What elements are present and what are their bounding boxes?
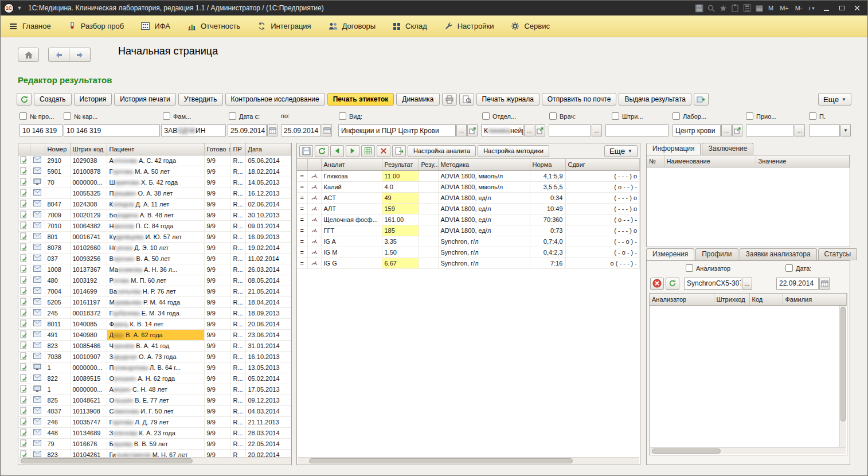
- column-header[interactable]: Норма: [530, 159, 565, 170]
- checkbox[interactable]: [482, 112, 490, 120]
- checkbox[interactable]: [163, 112, 170, 120]
- open-button[interactable]: [535, 124, 545, 136]
- memory-plus-button[interactable]: M+: [777, 5, 791, 11]
- send-result-button[interactable]: [694, 93, 709, 106]
- send-email-button[interactable]: Отправить по почте: [542, 93, 617, 106]
- table-row[interactable]: 4911040980Джус В. А. 62 года9/9R...23.06…: [18, 329, 291, 340]
- prev-sample-button[interactable]: [330, 145, 344, 157]
- table-row[interactable]: 10055325Пришвин О. А. 38 лет9/9R...16.12…: [18, 188, 291, 198]
- table-row[interactable]: =IG G6.67Synchron, г/л7:16о ( - - - ) -: [297, 257, 640, 268]
- checkbox[interactable]: [339, 112, 346, 120]
- analyzer-input[interactable]: SynchronCX5-307: [684, 278, 741, 290]
- table-row[interactable]: 701010064382Никонов П. С. 84 года9/9R...…: [18, 220, 291, 231]
- column-header[interactable]: Методика: [438, 159, 530, 170]
- dynamics-button[interactable]: Динамика: [396, 93, 439, 106]
- filter-sample-number-input[interactable]: 10 146 319: [19, 124, 62, 136]
- checkbox[interactable]: [672, 112, 680, 120]
- filter-department-checkbox[interactable]: Отдел...: [482, 112, 516, 120]
- table-row[interactable]: 590110100878Горлова М. А. 50 лет9/9R...1…: [18, 166, 291, 177]
- save-result-button[interactable]: [299, 145, 313, 157]
- filter-barcode-checkbox[interactable]: Штри...: [612, 112, 643, 120]
- calendar-icon[interactable]: [754, 3, 764, 13]
- more-button[interactable]: Еще▼: [818, 93, 851, 106]
- calc-icon[interactable]: [742, 3, 752, 13]
- clipboard-icon[interactable]: [730, 3, 740, 13]
- select-button[interactable]: ...: [721, 124, 732, 136]
- grid-view-button[interactable]: [361, 145, 375, 157]
- analyzer-tab[interactable]: Измерения: [646, 248, 694, 260]
- table-row[interactable]: 82210089515Орешкин А. Н. 62 года9/9R...0…: [18, 373, 291, 384]
- analyzer-checkbox[interactable]: Анализатор: [686, 264, 730, 272]
- filter-p-input[interactable]: [809, 124, 840, 136]
- filter-doctor-input[interactable]: [549, 124, 591, 136]
- scroll-thumb[interactable]: [309, 458, 573, 463]
- filter-surname-checkbox[interactable]: Фам...: [163, 112, 191, 120]
- column-header[interactable]: ПР: [230, 143, 245, 155]
- column-header[interactable]: Номер: [45, 143, 70, 155]
- table-row[interactable]: =IG M1.50Synchron, г/л0,4:2,3( - о - ) -: [297, 247, 640, 257]
- menu-item-probes[interactable]: Разбор проб: [68, 22, 124, 30]
- table-row[interactable]: 82310085486Черняев В. А. 41 год9/9R...31…: [18, 340, 291, 351]
- table-row[interactable]: =АСТ49ADVIA 1800, ед/л0:34( - - - ) о: [297, 192, 640, 203]
- menu-item-contracts[interactable]: Договоры: [329, 22, 376, 30]
- scroll-thumb[interactable]: [21, 458, 193, 463]
- system-menu-chevron-icon[interactable]: ▼: [15, 3, 24, 13]
- analyzer-date-input[interactable]: 22.09.2014: [776, 278, 819, 290]
- table-row[interactable]: =Калий4.0ADVIA 1800, ммоль/л3,5:5,5( о -…: [297, 181, 640, 192]
- save-icon[interactable]: [694, 3, 704, 13]
- status-column-header[interactable]: [18, 143, 30, 155]
- print-button[interactable]: [442, 93, 457, 106]
- column-header[interactable]: Пациент: [107, 143, 204, 155]
- table-row[interactable]: =ГГТ185ADVIA 1800, ед/л0:73( - - - ) о: [297, 225, 640, 236]
- column-header[interactable]: Фамилия: [783, 294, 847, 305]
- checkbox[interactable]: [549, 112, 557, 120]
- menu-item-ifa[interactable]: ИФА: [141, 22, 170, 30]
- table-row[interactable]: 80471024308Коледов Д. А. 11 лет9/9R...02…: [18, 198, 291, 209]
- column-header[interactable]: Аналит: [321, 159, 382, 170]
- memory-minus-button[interactable]: M-: [793, 5, 805, 11]
- filter-card-number-checkbox[interactable]: № кар...: [64, 112, 97, 120]
- table-row[interactable]: 700000000...Шарипова Х. Б. 42 года9/9R..…: [18, 177, 291, 188]
- column-header[interactable]: №: [647, 155, 664, 167]
- filter-card-number-input[interactable]: 10 146 319: [64, 124, 160, 136]
- analyte-settings-button[interactable]: Настройка аналита: [408, 145, 476, 157]
- filter-surname-input[interactable]: ЗАВОДЧКИН: [161, 124, 226, 136]
- history-button[interactable]: История: [74, 93, 112, 106]
- checkbox[interactable]: [686, 264, 693, 272]
- column-header[interactable]: Штрих-код: [70, 143, 107, 155]
- analyzer-tab[interactable]: Заявки анализатора: [740, 248, 817, 260]
- filter-barcode-input[interactable]: [605, 124, 668, 136]
- scroll-thumb[interactable]: [652, 448, 721, 454]
- table-row[interactable]: 4801003192Рогова М. П. 60 лет9/9R...08.0…: [18, 275, 291, 286]
- table-row[interactable]: =АЛТ159ADVIA 1800, ед/л10:49( - - - ) о: [297, 203, 640, 214]
- table-row[interactable]: =IG A3.35Synchron, г/л0,7:4,0( - - о ) -: [297, 236, 640, 247]
- analyzer-select-button[interactable]: ...: [742, 278, 752, 290]
- checkbox[interactable]: [64, 112, 71, 120]
- table-row[interactable]: 29101029038Антонова А. С. 42 года9/9R...…: [18, 155, 291, 166]
- table-row[interactable]: 44810134689Зеленова К. А. 23 года9/9R...…: [18, 427, 291, 438]
- filter-doctor-checkbox[interactable]: Врач:: [549, 112, 576, 120]
- column-header[interactable]: Код: [749, 294, 783, 305]
- filter-p-checkbox[interactable]: П.: [809, 112, 826, 120]
- star-icon[interactable]: [718, 3, 728, 13]
- type-column-header[interactable]: [30, 143, 45, 155]
- delete-row-button[interactable]: [377, 145, 390, 157]
- filter-department-input[interactable]: Клиника нейрохи: [481, 124, 523, 136]
- eq-column-header[interactable]: [297, 159, 307, 170]
- date-checkbox[interactable]: Дата:: [785, 264, 811, 272]
- analyzer-tab[interactable]: Статусы: [818, 248, 858, 260]
- table-row[interactable]: 807810102660Нгуенка Д. Э. 10 лет9/9R...1…: [18, 242, 291, 253]
- select-button[interactable]: ...: [524, 124, 534, 136]
- column-header[interactable]: Готово ↑: [204, 143, 230, 155]
- analyzer-tab[interactable]: Профили: [695, 248, 738, 260]
- filter-priority-input[interactable]: [746, 124, 794, 136]
- icon-column-header[interactable]: [307, 159, 321, 170]
- info-button[interactable]: i▼: [807, 5, 818, 11]
- column-header[interactable]: Наименование: [664, 155, 756, 167]
- select-button[interactable]: ...: [795, 124, 805, 136]
- column-header[interactable]: Штрихкод: [714, 294, 749, 305]
- checkbox[interactable]: [809, 112, 816, 120]
- table-row[interactable]: 403710113908Семенова И. Г. 50 лет9/9R...…: [18, 405, 291, 416]
- scroll-thumb[interactable]: [840, 307, 846, 422]
- menu-item-main[interactable]: Главное: [9, 22, 51, 30]
